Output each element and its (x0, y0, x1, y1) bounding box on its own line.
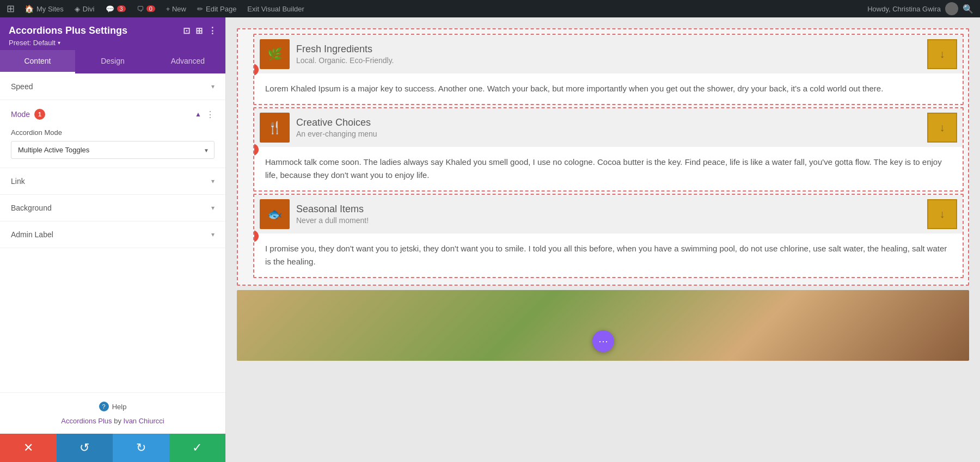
credit-line: Accordions Plus by Ivan Chiurcci (11, 417, 215, 425)
accordions-plus-link[interactable]: Accordions Plus (61, 417, 112, 425)
accordion-wrapper: 1 🌿 Fresh Ingredients Local. Organic. Ec… (237, 28, 969, 286)
preset-chevron-icon: ▾ (58, 40, 60, 46)
accordion-header-3[interactable]: 🐟 Seasonal Items Never a dull moment! ↓ (254, 195, 963, 233)
bottom-image-section: ⋯ (237, 290, 969, 361)
home-icon: 🏠 (24, 4, 34, 13)
mode-header[interactable]: Mode 1 ▲ ⋮ (0, 100, 225, 128)
admin-bar-right: Howdy, Christina Gwira 🔍 (867, 2, 973, 15)
admin-bar-comments[interactable]: 💬 3 (100, 0, 131, 17)
panel-header: Accordions Plus Settings ⊡ ⊞ ⋮ Preset: D… (0, 17, 225, 50)
accordion-title-1: Fresh Ingredients (296, 44, 921, 55)
accordion-title-2: Creative Choices (296, 117, 921, 128)
wp-logo-icon[interactable]: ⊞ (7, 3, 15, 15)
section-admin-label[interactable]: Admin Label ▾ (0, 221, 225, 248)
right-content-area: 1 🌿 Fresh Ingredients Local. Organic. Ec… (226, 17, 980, 462)
accordion-body-3: I promise you, they don't want you to je… (254, 233, 963, 277)
section-link[interactable]: Link ▾ (0, 168, 225, 195)
accordion-header-1[interactable]: 🌿 Fresh Ingredients Local. Organic. Eco-… (254, 35, 963, 73)
section-mode: Mode 1 ▲ ⋮ Accordion Mode Multiple Activ… (0, 100, 225, 168)
divi-icon: ◈ (75, 5, 80, 13)
wp-admin-bar: ⊞ 🏠 My Sites ◈ Divi 💬 3 🗨 0 + New ✏ Edit… (0, 0, 980, 17)
speech-icon: 🗨 (137, 5, 144, 13)
speed-chevron-icon: ▾ (211, 83, 215, 90)
admin-bar-my-sites[interactable]: 🏠 My Sites (19, 0, 69, 17)
main-layout: Accordions Plus Settings ⊡ ⊞ ⋮ Preset: D… (0, 17, 980, 462)
accordion-icon-3: 🐟 (260, 199, 290, 229)
layout-icon[interactable]: ⊞ (195, 26, 203, 36)
accordion-body-2: Hammock talk come soon. The ladies alway… (254, 147, 963, 190)
mode-body: Accordion Mode Multiple Active Toggles S… (0, 128, 225, 168)
panel-tabs: Content Design Advanced (0, 50, 225, 73)
mode-more-icon[interactable]: ⋮ (206, 109, 215, 120)
panel-footer: ? Help Accordions Plus by Ivan Chiurcci (0, 392, 225, 434)
tab-design[interactable]: Design (75, 50, 150, 73)
panel-body: Speed ▾ Mode 1 ▲ ⋮ Accordion Mode (0, 73, 225, 392)
edit-icon: ✏ (197, 5, 203, 13)
admin-bar-new-comments[interactable]: 🗨 0 (131, 0, 161, 17)
tab-advanced[interactable]: Advanced (150, 50, 225, 73)
mode-chevron-up-icon[interactable]: ▲ (195, 110, 201, 118)
avatar[interactable] (945, 2, 958, 15)
accordion-title-3: Seasonal Items (296, 204, 921, 215)
save-button[interactable]: ✓ (169, 434, 226, 462)
accordion-item-3: 1 🐟 Seasonal Items Never a dull moment! … (253, 194, 964, 278)
panel-title: Accordions Plus Settings ⊡ ⊞ ⋮ (9, 25, 217, 36)
admin-bar-edit-page[interactable]: ✏ Edit Page (192, 0, 242, 17)
preset-selector[interactable]: Preset: Default ▾ (9, 39, 217, 47)
admin-bar-exit-builder[interactable]: Exit Visual Builder (242, 0, 310, 17)
accordion-item-1: 1 🌿 Fresh Ingredients Local. Organic. Ec… (253, 34, 964, 105)
settings-panel: Accordions Plus Settings ⊡ ⊞ ⋮ Preset: D… (0, 17, 226, 462)
howdy-text: Howdy, Christina Gwira (867, 5, 941, 13)
accordion-subtitle-1: Local. Organic. Eco-Friendly. (296, 56, 921, 65)
background-chevron-icon: ▾ (211, 204, 215, 212)
accordion-item-2: 1 🍴 Creative Choices An ever-changing me… (253, 107, 964, 192)
floating-action-button[interactable]: ⋯ (592, 330, 614, 352)
help-link[interactable]: ? Help (11, 402, 215, 411)
accordion-arrow-2[interactable]: ↓ (927, 113, 957, 143)
accordion-arrow-1[interactable]: ↓ (927, 39, 957, 69)
window-icon[interactable]: ⊡ (183, 26, 190, 36)
cancel-button[interactable]: ✕ (0, 434, 57, 462)
accordion-icon-2: 🍴 (260, 113, 290, 143)
section-background[interactable]: Background ▾ (0, 195, 225, 221)
action-bar: ✕ ↺ ↻ ✓ (0, 434, 225, 462)
admin-bar-divi[interactable]: ◈ Divi (69, 0, 100, 17)
undo-button[interactable]: ↺ (57, 434, 113, 462)
accordion-header-2[interactable]: 🍴 Creative Choices An ever-changing menu… (254, 108, 963, 147)
accordion-icon-1: 🌿 (260, 39, 290, 69)
admin-label-chevron-icon: ▾ (211, 231, 215, 238)
accordion-body-1: Lorem Khaled Ipsum is a major key to suc… (254, 73, 963, 104)
search-icon[interactable]: 🔍 (963, 4, 973, 14)
accordion-mode-select-wrapper: Multiple Active Toggles Single Active To… (11, 141, 215, 159)
panel-title-icons: ⊡ ⊞ ⋮ (183, 26, 217, 36)
section-speed[interactable]: Speed ▾ (0, 73, 225, 100)
help-icon: ? (99, 402, 109, 411)
accordion-subtitle-2: An ever-changing menu (296, 130, 921, 138)
mode-badge: 1 (34, 109, 45, 120)
redo-button[interactable]: ↻ (113, 434, 169, 462)
tab-content[interactable]: Content (0, 50, 75, 73)
accordion-arrow-3[interactable]: ↓ (927, 199, 957, 229)
link-chevron-icon: ▾ (211, 177, 215, 185)
admin-bar-new[interactable]: + New (161, 0, 192, 17)
comments-icon: 💬 (106, 5, 114, 13)
accordion-mode-select[interactable]: Multiple Active Toggles Single Active To… (11, 141, 215, 159)
author-link[interactable]: Ivan Chiurcci (124, 417, 164, 425)
more-options-icon[interactable]: ⋮ (208, 26, 217, 36)
accordion-subtitle-3: Never a dull moment! (296, 216, 921, 225)
